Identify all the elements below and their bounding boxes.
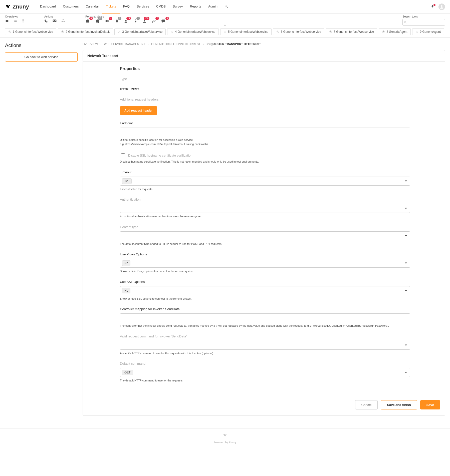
notifications-button[interactable] [430,5,434,9]
default-cmd-select[interactable]: GET [120,368,410,377]
search-icon [404,21,407,24]
personal-view-item[interactable]: 8 [161,19,166,23]
vrc-select[interactable] [120,341,410,350]
exclamation-icon[interactable] [22,19,24,23]
timeout-select[interactable]: 120 [120,177,410,186]
personal-view-item[interactable]: 156 [142,19,147,23]
default-cmd-help: The default HTTP command to use for the … [120,378,410,383]
nav-admin[interactable]: Admin [205,0,221,14]
nav-faq[interactable]: FAQ [120,0,133,14]
personal-view-item[interactable]: 43 [95,19,100,23]
arh-label: Additional request headers [120,98,410,101]
nav-dashboard[interactable]: Dashboard [37,0,60,14]
personal-view-item[interactable]: 1 [133,19,137,23]
footer: Powered by Znuny [0,428,450,451]
nav-search[interactable] [221,0,232,14]
collapse-toggle[interactable]: ▲ [221,23,229,26]
endpoint-input[interactable] [120,128,410,136]
open-tab[interactable]: 7 GenericInterfaceWebservice [326,28,377,35]
open-tab[interactable]: 8 GenericAgent [379,28,410,35]
user-avatar[interactable] [438,4,445,10]
personal-view-item[interactable]: 2 [151,19,156,23]
open-tab[interactable]: 6 GenericInterfaceWebservice [273,28,324,35]
main-nav: Dashboard Customers Calendar Tickets FAQ… [37,0,232,14]
type-label: Type [120,77,410,81]
list-icon[interactable] [14,19,18,23]
disable-ssl-checkbox[interactable]: Disable SSL hostname certificate verific… [120,153,410,158]
phone-icon[interactable] [44,19,48,23]
content-type-help: The default content type added to HTTP h… [120,242,410,246]
tab-label: 3 GenericInterfaceWebservice [122,30,162,34]
chevron-right-icon: › [101,43,102,46]
gear-icon [415,30,418,33]
badge: 1 [118,17,121,20]
nav-customers[interactable]: Customers [60,0,82,14]
go-back-button[interactable]: Go back to web service [5,52,78,62]
search-tools-input[interactable] [402,19,445,26]
svg-point-10 [64,21,65,22]
endpoint-help2: e.g https://www.example.com:10745/api/v1… [120,142,410,146]
type-value: HTTP::REST [120,87,410,91]
open-tab[interactable]: 1 GenericInterfaceWebservice [5,28,56,35]
svg-point-21 [119,32,120,32]
nav-calendar[interactable]: Calendar [82,0,102,14]
sslo-select[interactable]: No [120,286,410,295]
open-tab[interactable]: 5 GenericInterfaceWebservice [220,28,272,35]
open-tab[interactable]: 4 GenericInterfaceWebservice [167,28,218,35]
auth-select[interactable] [120,204,410,213]
svg-rect-13 [116,21,118,23]
gear-icon [61,30,64,33]
crumb-wsm[interactable]: WEB SERVICE MANAGEMENT [104,43,145,46]
tab-label: 5 GenericInterfaceWebservice [228,30,268,34]
badge: 2 [155,17,159,20]
personal-view-item[interactable]: 24 [123,19,128,23]
crumb-connector[interactable]: GENERICTICKETCONNECTORREST [151,43,200,46]
personal-views-label: Personal views [85,15,166,18]
mail-icon[interactable] [53,19,57,23]
disable-ssl-input[interactable] [121,153,125,157]
save-button[interactable]: Save [420,400,440,409]
controller-input[interactable] [120,313,410,322]
sslo-label: Use SSL Options [120,280,410,284]
gear-icon [170,30,173,33]
badge: 156 [144,17,149,20]
crumb-current: REQUESTER TRANSPORT HTTP::REST [206,43,261,46]
nav-survey[interactable]: Survey [169,0,186,14]
nav-reports[interactable]: Reports [186,0,205,14]
caret-down-icon [405,263,407,264]
default-cmd-label: Default command [120,362,410,365]
nav-tickets[interactable]: Tickets [102,0,120,14]
nav-services[interactable]: Services [133,0,153,14]
cancel-button[interactable]: Cancel [355,400,378,409]
personal-view-item[interactable]: 8 [85,19,90,23]
svg-point-24 [277,32,278,32]
open-tab[interactable]: 9 GenericAgent [412,28,444,35]
personal-view-item[interactable]: 1 [114,19,119,23]
topbar: Znuny Dashboard Customers Calendar Ticke… [0,0,450,14]
personal-view-item[interactable]: 3 [104,19,110,23]
svg-rect-15 [135,21,136,23]
proxy-select[interactable]: No [120,259,410,268]
save-finish-button[interactable]: Save and finish [381,400,417,409]
svg-point-20 [62,32,63,32]
search-field[interactable] [407,20,443,24]
controller-label: Controller mapping for Invoker 'SendData… [120,307,410,311]
open-tab[interactable]: 3 GenericInterfaceWebservice [114,28,166,35]
nav-cmdb[interactable]: CMDB [153,0,169,14]
sidebar: Actions Go back to web service [5,43,78,62]
svg-point-17 [404,21,406,23]
open-tab[interactable]: 2 GenericInterfaceInvokerDefault [58,28,113,35]
content-type-select[interactable] [120,231,410,240]
logo[interactable]: Znuny [5,4,29,10]
add-request-header-button[interactable]: Add request header [120,106,157,115]
gear-icon [382,30,385,33]
auth-help: An optional authentication mechanism to … [120,214,410,219]
tab-label: 7 GenericInterfaceWebservice [334,30,374,34]
gear-icon [8,30,11,33]
folder-icon[interactable] [5,19,9,23]
process-icon[interactable] [61,19,65,23]
caret-down-icon [405,235,407,236]
crumb-overview[interactable]: OVERVIEW [83,43,98,46]
svg-point-4 [441,5,442,7]
svg-point-3 [432,8,433,8]
